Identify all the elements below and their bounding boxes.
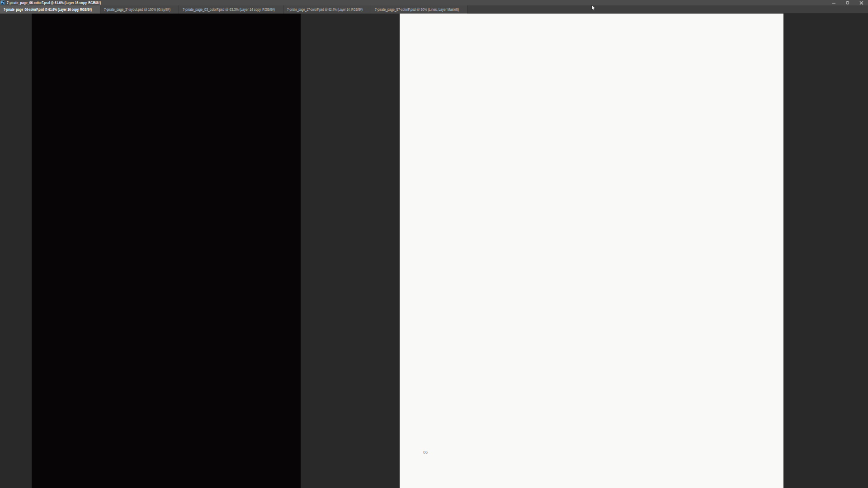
photoshop-app-icon: Ps — [0, 0, 5, 5]
tab-label: 7-pirate_page_17-colorF.psd @ 62.4% (Lay… — [287, 7, 363, 12]
tab-pirate-page-3-layout[interactable]: 7-pirate_page_3'-layout.psd @ 100% (Gray… — [100, 5, 179, 14]
minimize-button[interactable] — [827, 0, 841, 5]
photoshop-window: Ps 7-pirate_page_06-colorF.psd @ 61.6% (… — [0, 0, 868, 488]
tab-pirate-page-06[interactable]: 7-pirate_page_06-colorF.psd @ 61.6% (Lay… — [0, 5, 100, 14]
comic-page-number: 06 — [423, 450, 428, 455]
maximize-button[interactable] — [841, 0, 854, 5]
mouse-cursor — [591, 5, 597, 12]
document-tabbar: 7-pirate_page_06-colorF.psd @ 61.6% (Lay… — [0, 5, 868, 14]
tab-label: 7-pirate_page_57-colorF.psd @ 50% (Lines… — [375, 7, 459, 12]
presenter-video — [32, 14, 301, 488]
window-title: 7-pirate_page_06-colorF.psd @ 61.6% (Lay… — [7, 0, 101, 5]
window-titlebar: Ps 7-pirate_page_06-colorF.psd @ 61.6% (… — [0, 0, 868, 5]
comic-page-canvas[interactable]: 06 — [400, 14, 783, 488]
window-controls — [827, 0, 868, 5]
tab-label: 7-pirate_page_03_colorF.psd @ 63.3% (Lay… — [183, 7, 275, 12]
tab-pirate-page-57[interactable]: 7-pirate_page_57-colorF.psd @ 50% (Lines… — [371, 5, 467, 14]
tab-label: 7-pirate_page_06-colorF.psd @ 61.6% (Lay… — [4, 7, 92, 12]
tab-pirate-page-03[interactable]: 7-pirate_page_03_colorF.psd @ 63.3% (Lay… — [179, 5, 283, 14]
tab-label: 7-pirate_page_3'-layout.psd @ 100% (Gray… — [104, 7, 170, 12]
tab-pirate-page-17[interactable]: 7-pirate_page_17-colorF.psd @ 62.4% (Lay… — [283, 5, 371, 14]
close-button[interactable] — [854, 0, 868, 5]
